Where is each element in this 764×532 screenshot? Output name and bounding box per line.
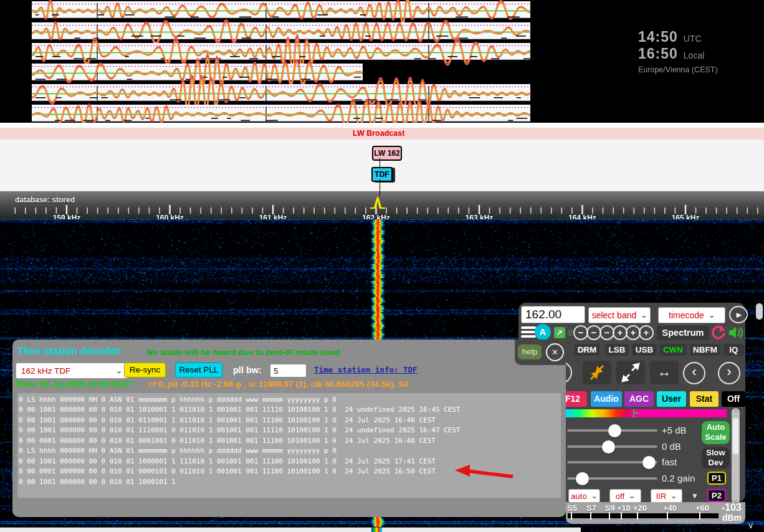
local-time: 16:50 (638, 45, 678, 62)
chevron-down-icon: ⌄ (591, 492, 598, 500)
aperture-select[interactable]: off⌄ (609, 489, 641, 503)
smeter-scale-label: S5 (567, 503, 577, 513)
mode-drm[interactable]: DRM (575, 344, 599, 356)
s-meter: S5S7S9+10+20+40+60 -103 dBm (566, 502, 745, 524)
utc-time: 14:50 (638, 29, 678, 45)
preset-p2-button[interactable]: P2 (707, 489, 726, 502)
pll-bw-label: pll bw: (233, 365, 262, 375)
external-link-icon[interactable]: ↗ (554, 327, 565, 338)
auto-scale-button[interactable]: AutoScale (702, 421, 730, 444)
colormap-bar[interactable] (566, 409, 727, 417)
scrollbar-thumb[interactable] (733, 418, 738, 454)
zoom-out-max-icon[interactable] (616, 361, 645, 384)
chevron-down-icon: ⌄ (116, 366, 122, 375)
panel-corner: help ✕ (515, 340, 566, 365)
frequency-input[interactable] (521, 306, 585, 323)
page-right-button[interactable]: › (718, 362, 740, 384)
gain-knob[interactable] (576, 472, 589, 485)
freq-step-up-3[interactable]: + (639, 325, 654, 340)
zoom-to-band-icon[interactable] (583, 361, 611, 384)
tuning-marker[interactable] (369, 194, 386, 210)
tab-stat[interactable]: Stat (690, 391, 719, 407)
wf-max-knob[interactable] (608, 424, 621, 437)
station-label-area: LW 162 TDF (0, 140, 764, 191)
clock: 14:50UTC 16:50Local Europe/Vienna (CEST) (638, 29, 718, 74)
extension-select[interactable]: timecode⌄ (658, 307, 725, 323)
band-box-lw162[interactable]: LW 162 (372, 146, 402, 161)
mode-iq[interactable]: IQ (723, 344, 744, 356)
time-station-info-link[interactable]: Time station info: TDF (314, 365, 418, 374)
station-box-tdf[interactable]: TDF (371, 167, 393, 182)
colormap-select[interactable]: auto⌄ (568, 489, 600, 503)
colormap-marker-tick (633, 412, 639, 414)
more-options-triangle[interactable]: ▼ (691, 492, 699, 500)
refresh-icon[interactable] (710, 325, 727, 341)
decoded-bits-area[interactable]: 0 LS hhhh 000000 HH 0 ASN 01 mmmmmmm p h… (17, 393, 561, 498)
mode-usb[interactable]: USB (632, 344, 657, 356)
smeter-scale-label: +40 (663, 503, 677, 513)
mode-lsb[interactable]: LSB (605, 344, 629, 356)
wf-min-value: 0 dB (662, 441, 681, 452)
wf-max-value: +5 dB (662, 425, 687, 435)
smeter-reading: -103 (722, 502, 742, 513)
mode-nbfm[interactable]: NBFM (690, 344, 720, 356)
smeter-tick (571, 512, 572, 520)
tab-audio[interactable]: Audio (591, 391, 622, 407)
speaker-icon[interactable] (728, 325, 744, 341)
chevron-down-icon: ⌄ (671, 492, 677, 500)
smeter-tick (637, 512, 638, 520)
page-left-button[interactable]: ‹ (683, 362, 705, 384)
gain-value: 0.2 gain (662, 473, 695, 483)
resync-button[interactable]: Re-sync (124, 363, 166, 378)
band-select[interactable]: select band⌄ (588, 307, 651, 323)
tab-off[interactable]: Off (722, 391, 745, 407)
decoder-warning: No audio will be heard due to zero-IF mo… (146, 348, 340, 357)
smeter-tick (667, 512, 668, 520)
spectrum-signal-blob (371, 528, 382, 532)
smeter-tick (621, 512, 622, 520)
bottom-panel-edge (0, 527, 581, 532)
smeter-unit: dBm (722, 513, 742, 523)
zoom-widest-icon[interactable]: ↔ (650, 361, 679, 384)
pll-bw-input[interactable] (270, 364, 307, 378)
timezone-label: Europe/Vienna (CEST) (638, 65, 718, 74)
connector-line (380, 158, 380, 167)
panel-scrollbar[interactable]: ∧ ∨ (732, 408, 740, 503)
station-select[interactable]: 162 kHz TDF⌄ (16, 363, 128, 379)
spectrum-button[interactable]: Spectrum (657, 326, 709, 340)
smeter-tick (609, 512, 610, 520)
chevron-down-icon: ⌄ (709, 311, 715, 320)
frequency-scale[interactable]: database: stored 159 kHz160 kHz161 kHz16… (0, 191, 764, 219)
reset-pll-button[interactable]: Reset PLL (175, 363, 222, 378)
close-icon[interactable]: ✕ (546, 343, 564, 361)
a-button[interactable]: A (535, 324, 551, 340)
chevron-down-icon: ⌄ (629, 492, 635, 500)
wf-rate-knob[interactable] (642, 456, 656, 469)
preset-p1-button[interactable]: P1 (707, 472, 726, 485)
annotation-arrow (452, 463, 515, 481)
gap-strip (0, 123, 764, 128)
decoder-title: Time station decoder (17, 345, 121, 357)
wf-min-knob[interactable] (602, 440, 615, 454)
smeter-scale-label: S7 (586, 503, 596, 513)
play-button[interactable]: ▶ (729, 306, 748, 323)
band-bar-label: LW Broadcast (353, 129, 404, 138)
smeter-tick (699, 512, 700, 520)
page-scrollbar-thumb[interactable] (756, 303, 763, 320)
wf-rate-value: fast (662, 457, 677, 467)
tab-agc[interactable]: AGC (624, 391, 654, 407)
connector-line (380, 179, 380, 191)
tab-user[interactable]: User (657, 391, 686, 407)
smeter-scale-label: +60 (695, 503, 709, 513)
decoder-line: 0 LS hhhh 000000 HH 0 ASN 01 mmmmmmm p h… (19, 446, 561, 456)
band-bar: LW Broadcast (0, 128, 764, 140)
decoder-line: 0 00 1001 000000 00 0 010 01 0110001 1 0… (19, 416, 561, 425)
smeter-scale-label: +20 (633, 503, 647, 513)
caret-up-icon[interactable]: ∧ (732, 407, 740, 413)
waterfall-caret-icon[interactable]: ∨ (748, 521, 754, 530)
slow-dev-button[interactable]: SlowDev (702, 447, 730, 468)
mode-cwn[interactable]: CWN (659, 344, 687, 356)
users-count: 9 (568, 328, 573, 338)
filter-select[interactable]: IIR⌄ (651, 489, 682, 503)
help-button[interactable]: help (518, 344, 542, 359)
